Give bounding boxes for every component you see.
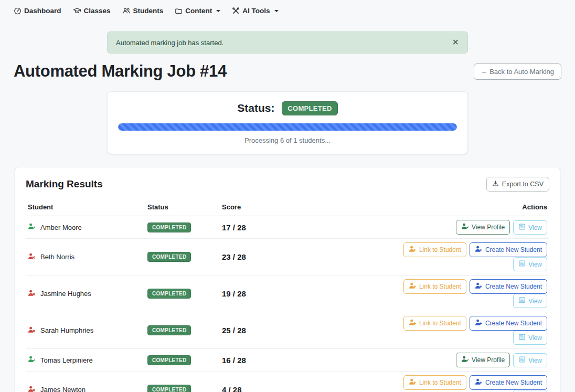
view-button[interactable]: View	[513, 390, 547, 392]
person-plus-icon	[409, 378, 417, 387]
results-table-body: Amber MooreCOMPLETED17 / 28View ProfileV…	[26, 216, 549, 392]
ai-tools-icon	[232, 7, 240, 15]
student-name: Jasmine Hughes	[40, 290, 91, 298]
alert-message: Automated marking job has started.	[116, 39, 223, 47]
person-check-icon	[28, 223, 36, 232]
link-to-student-button[interactable]: Link to Student	[403, 279, 466, 294]
view-button[interactable]: View	[513, 294, 547, 308]
nav-item-ai-tools[interactable]: AI Tools	[232, 7, 278, 15]
view-button[interactable]: View	[513, 257, 547, 271]
nav-item-content[interactable]: Content	[175, 7, 220, 15]
person-plus-icon	[475, 245, 483, 255]
view-button[interactable]: View	[513, 353, 547, 367]
status-badge: COMPLETED	[147, 325, 191, 335]
person-plus-icon	[409, 319, 417, 328]
card-text-icon	[518, 333, 526, 342]
download-icon	[492, 180, 499, 188]
student-name: Beth Norris	[40, 253, 74, 261]
score-value: 16 / 28	[222, 356, 246, 365]
column-header-student: Student	[26, 199, 145, 216]
person-x-icon	[28, 289, 36, 299]
status-card: Status: COMPLETED Processing 6 of 1 stud…	[107, 91, 468, 154]
student-name: Amber Moore	[40, 224, 82, 231]
person-check-icon	[461, 223, 469, 232]
person-plus-icon	[475, 378, 483, 387]
card-text-icon	[518, 296, 526, 305]
person-x-icon	[28, 252, 36, 262]
status-badge: COMPLETED	[147, 385, 191, 392]
card-text-icon	[518, 223, 526, 232]
content-icon	[175, 7, 183, 15]
status-badge: COMPLETED	[147, 289, 191, 299]
person-plus-icon	[475, 282, 483, 291]
alert-banner: Automated marking job has started. ✕	[107, 31, 468, 54]
column-header-score: Score	[220, 199, 377, 216]
view-profile-button[interactable]: View Profile	[456, 220, 510, 235]
card-text-icon	[518, 260, 526, 269]
person-check-icon	[28, 355, 36, 365]
export-to-csv-button[interactable]: Export to CSV	[486, 177, 549, 192]
results-table: Student Status Score Actions Amber Moore…	[26, 199, 549, 392]
create-new-student-button[interactable]: Create New Student	[470, 375, 547, 390]
create-new-student-button[interactable]: Create New Student	[470, 242, 547, 257]
classes-icon	[73, 7, 81, 15]
page-title: Automated Marking Job #14	[14, 62, 227, 81]
person-plus-icon	[409, 245, 417, 255]
view-button[interactable]: View	[513, 220, 547, 235]
student-name: Tomas Lerpiniere	[40, 356, 93, 364]
nav-item-dashboard[interactable]: Dashboard	[14, 7, 61, 15]
status-badge: COMPLETED	[282, 101, 337, 115]
status-badge: COMPLETED	[147, 355, 191, 365]
nav-item-classes[interactable]: Classes	[73, 7, 111, 15]
score-value: 25 / 28	[222, 326, 246, 335]
person-x-icon	[28, 385, 36, 392]
table-row: James NewtonCOMPLETED4 / 28Link to Stude…	[26, 372, 549, 392]
results-title: Marking Results	[26, 178, 103, 190]
view-button[interactable]: View	[513, 331, 547, 345]
person-check-icon	[461, 355, 469, 365]
score-value: 17 / 28	[222, 223, 246, 232]
progress-text: Processing 6 of 1 students...	[118, 136, 457, 144]
table-row: Tomas LerpiniereCOMPLETED16 / 28View Pro…	[26, 349, 549, 372]
status-label: Status:	[237, 102, 274, 114]
create-new-student-button[interactable]: Create New Student	[470, 279, 547, 294]
table-row: Sarah HumphriesCOMPLETED25 / 28Link to S…	[26, 312, 549, 349]
student-name: James Newton	[40, 386, 86, 392]
status-badge: COMPLETED	[147, 223, 191, 232]
nav-item-students[interactable]: Students	[122, 7, 164, 15]
table-row: Beth NorrisCOMPLETED23 / 28Link to Stude…	[26, 239, 549, 276]
link-to-student-button[interactable]: Link to Student	[403, 316, 466, 331]
column-header-actions: Actions	[377, 199, 549, 216]
column-header-status: Status	[145, 199, 220, 216]
person-plus-icon	[475, 319, 483, 328]
create-new-student-button[interactable]: Create New Student	[470, 316, 547, 331]
status-badge: COMPLETED	[147, 252, 191, 262]
table-row: Jasmine HughesCOMPLETED19 / 28Link to St…	[26, 276, 549, 312]
view-profile-button[interactable]: View Profile	[456, 353, 510, 367]
close-icon[interactable]: ✕	[452, 38, 459, 47]
back-to-auto-marking-button[interactable]: ← Back to Auto Marking	[474, 63, 561, 80]
chevron-down-icon	[274, 10, 279, 12]
progress-bar	[118, 123, 457, 131]
top-navbar: DashboardClassesStudentsContentAI Tools	[0, 0, 575, 20]
score-value: 19 / 28	[222, 289, 246, 298]
chevron-down-icon	[216, 10, 220, 12]
score-value: 4 / 28	[222, 385, 242, 392]
student-name: Sarah Humphries	[40, 326, 93, 334]
progress-track	[118, 123, 457, 131]
students-icon	[122, 7, 131, 15]
link-to-student-button[interactable]: Link to Student	[403, 242, 466, 257]
card-text-icon	[518, 356, 526, 365]
marking-results-card: Marking Results Export to CSV Student St…	[15, 167, 560, 392]
dashboard-icon	[14, 7, 22, 15]
person-x-icon	[28, 326, 36, 335]
link-to-student-button[interactable]: Link to Student	[403, 375, 466, 390]
table-row: Amber MooreCOMPLETED17 / 28View ProfileV…	[26, 216, 549, 239]
person-plus-icon	[409, 282, 417, 291]
score-value: 23 / 28	[222, 252, 246, 261]
